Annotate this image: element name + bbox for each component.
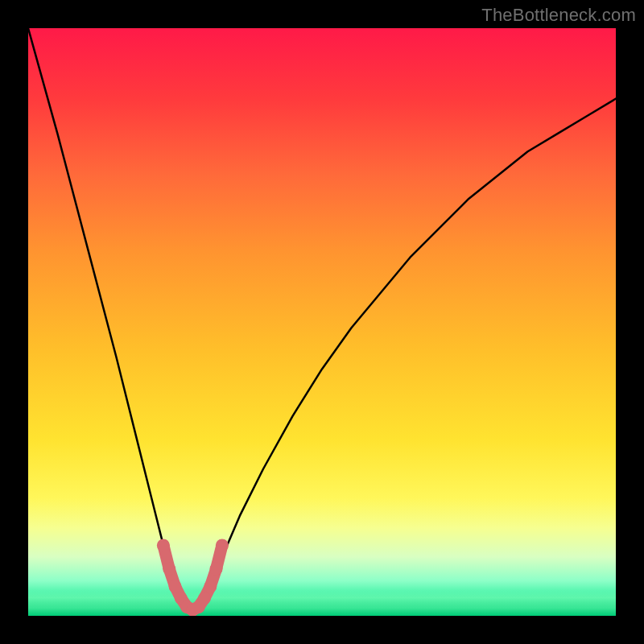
watermark-text: TheBottleneck.com (481, 5, 636, 26)
highlight-dot (169, 580, 182, 593)
highlight-dot (210, 563, 223, 576)
highlight-dot (163, 563, 175, 576)
bottleneck-curve (28, 28, 616, 610)
highlight-dot (204, 580, 217, 593)
chart-frame (28, 28, 616, 616)
highlight-dot (198, 592, 211, 605)
plot-svg (28, 28, 616, 616)
highlight-dot (157, 539, 170, 551)
highlight-dot (216, 539, 229, 551)
optimal-zone-highlight (163, 545, 222, 609)
